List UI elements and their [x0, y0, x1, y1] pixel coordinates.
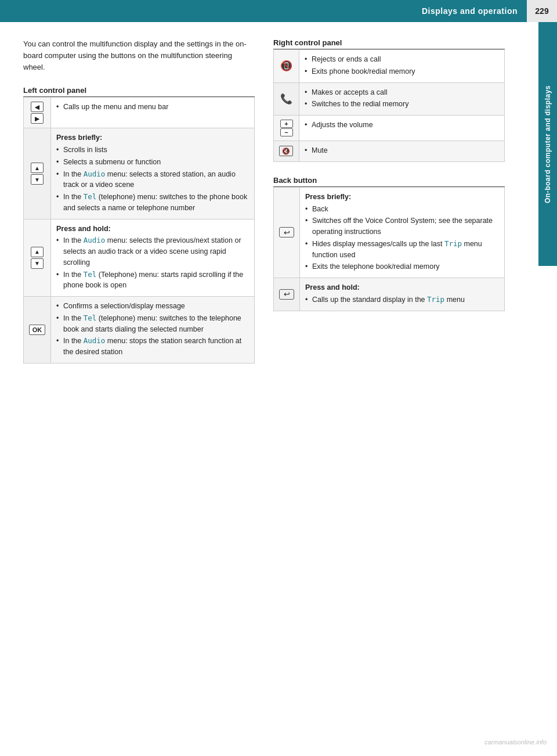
list-item: In the Audio menu: selects a stored stat… [56, 169, 249, 191]
watermark: carmanualsonline.info [484, 739, 547, 746]
desc-cell-volume: Adjusts the volume [299, 116, 505, 141]
table-row: OK Confirms a selection/display message … [24, 297, 255, 363]
list-item: Makes or accepts a call [305, 87, 499, 98]
list-item: Mute [305, 145, 499, 156]
desc-list: Adjusts the volume [305, 120, 499, 131]
desc-list: Back Switches off the Voice Control Syst… [305, 204, 499, 273]
icon-cell-back-2: ↩ [274, 278, 300, 311]
table-row: ▲ ▼ Press briefly: Scrolls in lists Sele… [24, 128, 255, 219]
list-item: In the Audio menu: selects the previous/… [56, 235, 249, 268]
desc-list: Makes or accepts a call Switches to the … [305, 87, 499, 110]
right-column: Right control panel 📵 Rejects or ends a … [273, 38, 505, 377]
mono-tel-3: Tel [84, 314, 97, 322]
mono-tel: Tel [84, 192, 97, 201]
right-panel-table: 📵 Rejects or ends a call Exits phone boo… [273, 49, 505, 162]
arrow-down-icon: ▼ [31, 174, 44, 185]
arrow-right-icon: ▶ [31, 113, 44, 124]
phone-end-icon: 📵 [280, 59, 292, 74]
header-title: Displays and operation [422, 6, 518, 16]
desc-cell-back-hold: Press and hold: Calls up the standard di… [300, 278, 505, 311]
list-item: Selects a submenu or function [56, 157, 249, 168]
ok-button-icon: OK [29, 325, 45, 335]
volume-minus-icon: − [280, 128, 293, 136]
intro-text: You can control the multifunction displa… [23, 38, 255, 73]
mono-trip-2: Trip [427, 295, 444, 304]
table-row: ◀ ▶ Calls up the menu and menu bar [24, 98, 255, 128]
icon-cell-arrows-ud-2: ▲ ▼ [24, 219, 51, 297]
list-item: Calls up the menu and menu bar [56, 102, 249, 113]
left-panel-table: ◀ ▶ Calls up the menu and menu bar ▲ ▼ [23, 97, 255, 363]
icon-cell-ok: OK [24, 297, 51, 363]
desc-list: Calls up the standard display in the Tri… [305, 294, 499, 305]
back-button-heading: Back button [273, 176, 505, 187]
desc-cell-press-briefly: Press briefly: Scrolls in lists Selects … [51, 128, 255, 219]
right-panel-heading: Right control panel [273, 38, 505, 49]
list-item: Switches to the redial memory [305, 99, 499, 110]
list-item: Calls up the standard display in the Tri… [305, 294, 499, 305]
mono-trip: Trip [444, 239, 462, 248]
table-row: + − Adjusts the volume [274, 116, 505, 141]
list-item: In the Audio menu: stops the station sea… [56, 336, 249, 358]
arrow-left-icon: ◀ [31, 102, 44, 112]
list-item: Exits the telephone book/redial memory [305, 261, 499, 272]
list-item: In the Tel (telephone) menu: switches to… [56, 192, 249, 214]
list-item: Exits phone book/redial memory [305, 66, 499, 77]
table-row: ▲ ▼ Press and hold: In the Audio menu: s… [24, 219, 255, 297]
left-column: You can control the multifunction displa… [23, 38, 255, 377]
icon-cell-phone-end: 📵 [274, 50, 299, 83]
mono-audio: Audio [84, 170, 106, 178]
table-row: 📵 Rejects or ends a call Exits phone boo… [274, 50, 505, 83]
desc-list: Scrolls in lists Selects a submenu or fu… [56, 145, 249, 214]
desc-cell-phone-end: Rejects or ends a call Exits phone book/… [299, 50, 505, 83]
list-item: In the Tel (telephone) menu: switches to… [56, 313, 249, 335]
list-item: Back [305, 204, 499, 215]
mute-icon: 🔇 [279, 146, 293, 156]
side-tab-label: On-board computer and displays [538, 22, 557, 266]
back-press-briefly-label: Press briefly: [305, 192, 499, 203]
volume-plus-icon: + [280, 120, 293, 128]
back-press-hold-label: Press and hold: [305, 282, 499, 293]
back-button-table: ↩ Press briefly: Back Switches off the V… [273, 187, 505, 311]
desc-list: Calls up the menu and menu bar [56, 102, 249, 113]
icon-cell-arrows-lr: ◀ ▶ [24, 98, 51, 128]
icon-cell-arrows-ud: ▲ ▼ [24, 128, 51, 219]
press-briefly-label: Press briefly: [56, 132, 249, 143]
list-item: Hides display messages/calls up the last… [305, 239, 499, 261]
icon-cell-volume: + − [274, 116, 299, 141]
desc-cell-back-briefly: Press briefly: Back Switches off the Voi… [300, 187, 505, 278]
list-item: Rejects or ends a call [305, 54, 499, 65]
phone-accept-icon: 📞 [280, 92, 292, 107]
press-hold-label: Press and hold: [56, 224, 249, 235]
desc-list: Mute [305, 145, 499, 156]
arrow-ud-icons: ▲ ▼ [29, 163, 45, 185]
arrow-down-icon-2: ▼ [31, 258, 44, 269]
header-page-number: 229 [527, 0, 557, 22]
arrow-up-icon-2: ▲ [31, 247, 44, 257]
volume-icon: + − [279, 120, 294, 136]
arrow-lr-icons: ◀ ▶ [29, 102, 45, 124]
back-button-icon: ↩ [279, 227, 294, 237]
table-row: 🔇 Mute [274, 141, 505, 162]
header: Displays and operation 229 [0, 0, 557, 22]
left-panel-heading: Left control panel [23, 86, 255, 97]
arrow-ud-icons-2: ▲ ▼ [29, 247, 45, 269]
table-row: ↩ Press and hold: Calls up the standard … [274, 278, 505, 311]
mono-audio-2: Audio [84, 236, 106, 244]
main-content: You can control the multifunction displa… [0, 22, 557, 394]
icon-cell-phone-accept: 📞 [274, 82, 299, 116]
desc-list: Confirms a selection/display message In … [56, 301, 249, 358]
table-row: ↩ Press briefly: Back Switches off the V… [274, 187, 505, 278]
desc-cell-arrows-lr: Calls up the menu and menu bar [51, 98, 255, 128]
header-teal-bar: Displays and operation [0, 0, 527, 22]
list-item: Switches off the Voice Control System; s… [305, 215, 499, 237]
list-item: Confirms a selection/display message [56, 301, 249, 312]
table-row: 📞 Makes or accepts a call Switches to th… [274, 82, 505, 116]
desc-list: In the Audio menu: selects the previous/… [56, 235, 249, 291]
desc-cell-mute: Mute [299, 141, 505, 162]
desc-list: Rejects or ends a call Exits phone book/… [305, 54, 499, 77]
desc-cell-ok: Confirms a selection/display message In … [51, 297, 255, 363]
mono-tel-2: Tel [84, 270, 97, 279]
desc-cell-press-hold: Press and hold: In the Audio menu: selec… [51, 219, 255, 297]
desc-cell-phone-accept: Makes or accepts a call Switches to the … [299, 82, 505, 116]
back-button-icon-2: ↩ [279, 289, 294, 300]
